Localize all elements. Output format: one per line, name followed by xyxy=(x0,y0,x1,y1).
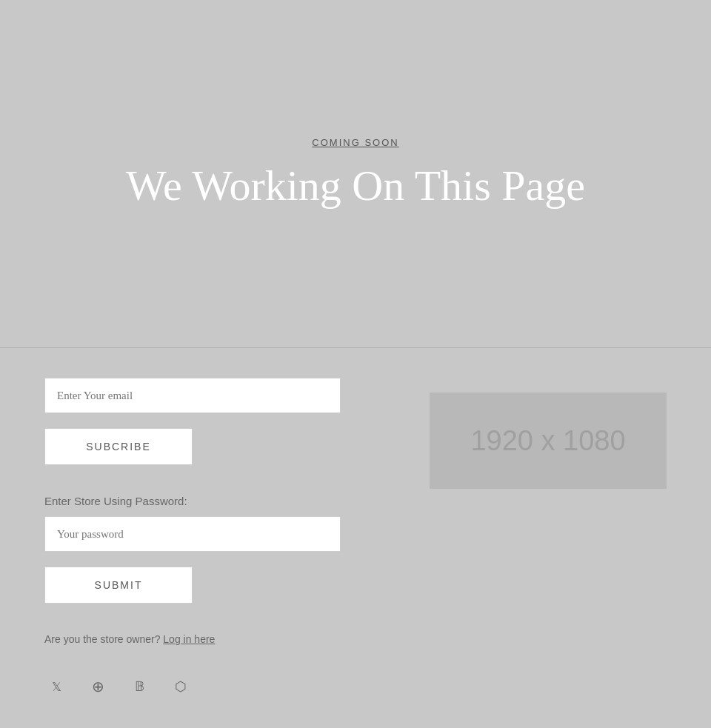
coming-soon-label: COMING SOON xyxy=(312,137,398,148)
bottom-section: 1920 x 1080 SUBCRIBE Enter Store Using P… xyxy=(0,348,711,728)
placeholder-image: 1920 x 1080 xyxy=(430,393,667,489)
email-input[interactable] xyxy=(44,378,341,413)
password-input[interactable] xyxy=(44,516,341,552)
twitter-icon[interactable] xyxy=(44,675,68,698)
login-link[interactable]: Log in here xyxy=(163,633,215,645)
dribbble-icon[interactable] xyxy=(86,675,110,698)
store-owner-text: Are you the store owner? Log in here xyxy=(44,633,215,645)
social-icons xyxy=(44,675,193,698)
main-title: We Working On This Page xyxy=(126,161,585,211)
submit-button[interactable]: SUBMIT xyxy=(44,567,193,604)
password-label: Enter Store Using Password: xyxy=(44,495,187,507)
behance-icon[interactable] xyxy=(127,675,151,698)
top-section: COMING SOON We Working On This Page xyxy=(0,0,711,347)
subscribe-button[interactable]: SUBCRIBE xyxy=(44,428,193,465)
instagram-icon[interactable] xyxy=(169,675,193,698)
